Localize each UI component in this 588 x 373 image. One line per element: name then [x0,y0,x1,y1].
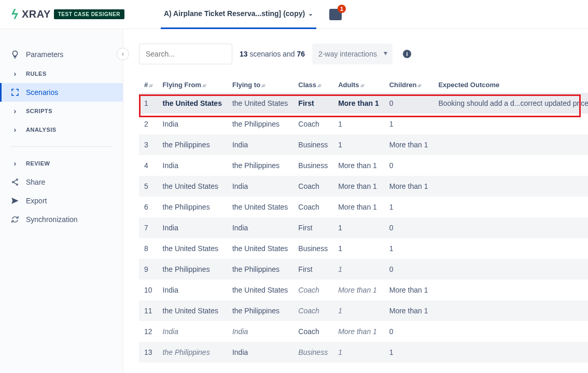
share-icon [10,178,20,186]
cell-children: 0 [384,217,433,238]
cell-num: 12 [139,321,158,342]
table-row[interactable]: 5the United StatesIndiaCoachMore than 1M… [139,176,588,197]
col-flying-from[interactable]: Flying From▴▾ [158,77,227,93]
sidebar: ‹ Parameters › RULES Scenarios › SCRIPTS [0,29,123,373]
cell-outcome [433,300,588,321]
sidebar-item-label: SCRIPTS [26,108,52,114]
cell-adults: More than 1 [333,197,384,217]
info-icon[interactable]: i [403,50,411,58]
cell-class: Coach [293,321,333,342]
collapse-sidebar-button[interactable]: ‹ [117,48,129,60]
sidebar-item-scenarios[interactable]: Scenarios [0,83,123,102]
cell-adults: 1 [333,300,384,321]
table-row[interactable]: 9the Philippinesthe PhilippinesFirst10 [139,259,588,280]
table-row[interactable]: 2Indiathe PhilippinesCoach11 [139,114,588,134]
chevron-right-icon: › [10,159,20,168]
cell-class: Coach [293,280,333,300]
sort-icon: ▴▾ [202,82,205,88]
cell-children: 0 [384,259,433,280]
col-adults[interactable]: Adults▴▾ [333,77,384,93]
sidebar-item-export[interactable]: Export [0,191,123,210]
sidebar-item-parameters[interactable]: Parameters [0,45,123,64]
table-row[interactable]: 12IndiaIndiaCoachMore than 10 [139,321,588,342]
cell-flying-from: the United States [158,176,227,197]
cell-children: 0 [384,321,433,342]
cell-outcome [433,238,588,259]
col-expected-outcome[interactable]: Expected Outcome [433,77,588,93]
cell-class: Coach [293,197,333,217]
cell-flying-from: India [158,280,227,300]
sidebar-item-label: RULES [26,71,47,77]
model-tab[interactable]: A) Airplane Ticket Reserva...sting] (cop… [161,0,316,29]
table-row[interactable]: 11the United Statesthe PhilippinesCoach1… [139,300,588,321]
col-children[interactable]: Children▴▾ [384,77,433,93]
cell-flying-to: the Philippines [227,259,293,280]
col-num[interactable]: #▴▾ [139,77,158,93]
sort-icon: ▴▾ [417,82,421,88]
sidebar-item-label: ANALYSIS [26,127,57,133]
cell-flying-to: the United States [227,280,293,300]
cell-num: 7 [139,217,158,238]
cell-num: 2 [139,114,158,134]
table-row[interactable]: 3the PhilippinesIndiaBusiness1More than … [139,134,588,155]
sidebar-item-sync[interactable]: Synchronization [0,210,123,229]
cell-num: 5 [139,176,158,197]
cell-adults: 1 [333,259,384,280]
cell-flying-from: India [158,217,227,238]
cell-class: Coach [293,176,333,197]
search-input[interactable] [139,44,232,64]
cell-flying-to: India [227,342,293,363]
cell-class: First [293,259,333,280]
cell-adults: 1 [333,217,384,238]
notification-badge: 1 [338,5,346,13]
sidebar-section-rules[interactable]: › RULES [0,64,123,83]
cell-adults: More than 1 [333,176,384,197]
cell-children: 1 [384,342,433,363]
svg-point-1 [12,182,14,183]
scenarios-count: 13 [240,50,248,58]
cell-num: 6 [139,197,158,217]
notifications[interactable]: 1 [329,9,342,20]
sidebar-item-label: REVIEW [26,160,50,167]
chevron-right-icon: › [10,126,20,134]
sidebar-section-analysis[interactable]: › ANALYSIS [0,120,123,139]
table-row[interactable]: 8the United Statesthe United StatesBusin… [139,238,588,259]
sort-icon: ▴▾ [149,82,152,88]
table-row[interactable]: 1the United Statesthe United StatesFirst… [139,93,588,114]
cell-outcome [433,114,588,134]
table-row[interactable]: 6the Philippinesthe United StatesCoachMo… [139,197,588,217]
table-row[interactable]: 13the PhilippinesIndiaBusiness11 [139,342,588,363]
cell-flying-from: India [158,321,227,342]
tab-area: A) Airplane Ticket Reserva...sting] (cop… [161,0,342,29]
cell-num: 13 [139,342,158,363]
cell-class: Business [293,134,333,155]
cell-adults: 1 [333,114,384,134]
cell-flying-from: the United States [158,93,227,114]
table-row[interactable]: 10Indiathe United StatesCoachMore than 1… [139,280,588,300]
cell-adults: 1 [333,238,384,259]
cell-flying-to: India [227,217,293,238]
cell-flying-from: the Philippines [158,259,227,280]
sidebar-section-review[interactable]: › REVIEW [0,154,123,173]
cell-num: 3 [139,134,158,155]
cell-outcome [433,280,588,300]
cell-adults: More than 1 [333,155,384,176]
col-flying-to[interactable]: Flying to▴▾ [227,77,293,93]
chevron-right-icon: › [10,107,20,115]
interactions-select[interactable]: 2-way interactions [312,44,393,64]
cell-flying-from: India [158,114,227,134]
chevron-down-icon: ⌄ [308,10,313,17]
sidebar-item-label: Export [26,197,47,205]
table-row[interactable]: 7IndiaIndiaFirst10 [139,217,588,238]
cell-outcome [433,155,588,176]
table-row[interactable]: 4Indiathe PhilippinesBusinessMore than 1… [139,155,588,176]
cell-num: 11 [139,300,158,321]
cell-class: Coach [293,300,333,321]
model-tab-label: A) Airplane Ticket Reserva...sting] (cop… [164,9,305,18]
col-class[interactable]: Class▴▾ [293,77,333,93]
cell-children: 1 [384,238,433,259]
cell-flying-to: the United States [227,238,293,259]
sidebar-item-share[interactable]: Share [0,173,123,191]
sync-icon [10,215,20,224]
sidebar-section-scripts[interactable]: › SCRIPTS [0,102,123,120]
